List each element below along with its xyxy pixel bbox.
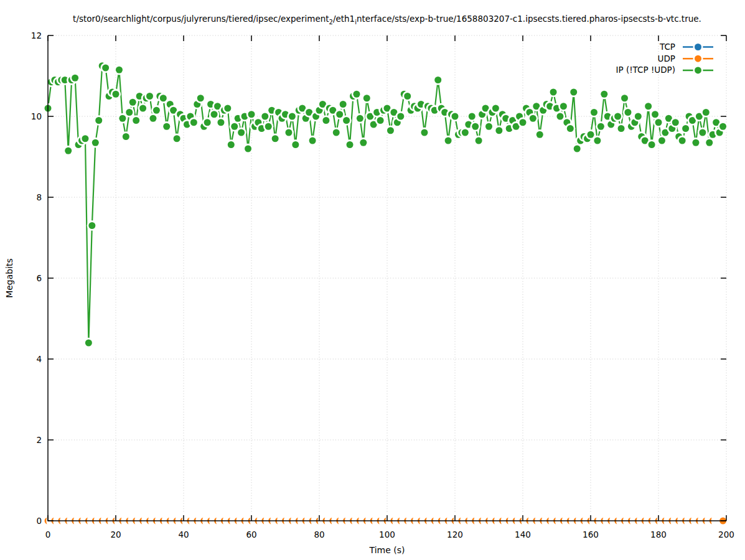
x-tick-label: 140 (515, 530, 531, 539)
legend-label-udp: UDP (658, 54, 675, 63)
y-tick-label: 8 (36, 192, 42, 202)
x-tick-label: 0 (45, 530, 51, 539)
y-tick-label: 12 (31, 30, 42, 40)
legend: TCPUDPIP (!TCP !UDP) (616, 42, 713, 75)
y-tick-label: 6 (36, 273, 42, 283)
x-tick-label: 200 (718, 530, 734, 539)
legend-label-tcp: TCP (659, 42, 675, 52)
x-tick-label: 60 (246, 530, 256, 539)
legend-sample-marker (695, 55, 701, 62)
chart-canvas: 020406080100120140160180200024681012Time… (0, 0, 745, 560)
x-tick-labels: 020406080100120140160180200 (45, 530, 734, 539)
y-tick-label: 0 (36, 516, 42, 526)
x-axis-label: Time (s) (369, 545, 405, 555)
y-tick-label: 2 (36, 435, 42, 445)
legend-sample-marker (695, 67, 701, 73)
y-axis-label: Megabits (4, 258, 14, 298)
x-tick-label: 100 (379, 530, 395, 539)
series-ip-tcp-udp- (43, 61, 728, 348)
y-tick-label: 4 (36, 354, 42, 364)
y-tick-labels: 024681012 (31, 30, 42, 526)
x-tick-label: 40 (178, 530, 189, 539)
y-tick-label: 10 (31, 111, 42, 121)
x-tick-label: 160 (583, 530, 599, 539)
x-tick-label: 20 (110, 530, 121, 539)
x-tick-label: 80 (314, 530, 324, 539)
x-tick-label: 120 (447, 530, 463, 539)
legend-sample-marker (695, 44, 701, 50)
legend-label-ip-tcp-udp-: IP (!TCP !UDP) (616, 65, 675, 75)
x-tick-label: 180 (650, 530, 667, 539)
gnuplot-chart-image: { "title": { "part1": "t/stor0/searchlig… (0, 0, 745, 560)
